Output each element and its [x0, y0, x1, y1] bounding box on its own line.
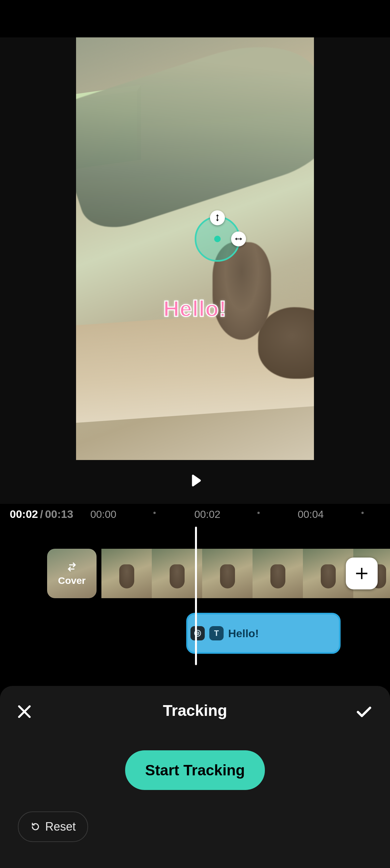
tracking-resize-horizontal-handle[interactable] [231, 231, 246, 246]
tracking-badge [190, 626, 205, 641]
cover-tile[interactable]: Cover [47, 549, 97, 598]
tracking-resize-vertical-handle[interactable] [210, 210, 225, 225]
cover-label: Cover [58, 575, 86, 586]
close-button[interactable] [13, 700, 36, 723]
tracking-center-dot [214, 236, 221, 242]
status-bar [0, 0, 390, 37]
transport-row [0, 462, 390, 504]
time-tick-label: 00:00 [90, 508, 116, 521]
resize-vertical-icon [213, 214, 222, 222]
clip-thumbnail [253, 549, 303, 598]
time-separator: / [38, 508, 45, 520]
time-ruler: 00:02/00:13 00:00 00:02 00:04 [0, 504, 390, 523]
playhead[interactable] [195, 527, 197, 665]
clip-thumbnail [202, 549, 253, 598]
time-tick-dot [153, 512, 156, 514]
text-overlay[interactable]: Hello! [163, 296, 227, 321]
play-icon [186, 471, 204, 490]
resize-horizontal-icon [234, 235, 243, 243]
plus-icon [353, 565, 370, 582]
reset-icon [30, 822, 41, 832]
reset-label: Reset [45, 820, 76, 834]
time-counter: 00:02/00:13 [10, 508, 73, 521]
close-icon [15, 703, 33, 721]
confirm-button[interactable] [351, 700, 377, 723]
video-preview-area: Hello! [0, 37, 390, 462]
start-tracking-button[interactable]: Start Tracking [125, 750, 265, 790]
time-current: 00:02 [10, 508, 38, 520]
add-clip-button[interactable] [346, 558, 378, 589]
target-icon [193, 629, 202, 638]
text-clip-label: Hello! [228, 627, 259, 640]
tracking-sheet: Tracking Start Tracking Reset [0, 686, 390, 868]
scene-shape [76, 37, 314, 238]
time-tick-label: 00:02 [194, 508, 220, 521]
time-tick-label: 00:04 [298, 508, 324, 521]
text-badge: T [209, 626, 224, 641]
tracking-target-circle[interactable] [195, 216, 240, 262]
check-icon [355, 703, 373, 721]
time-duration: 00:13 [45, 508, 73, 520]
sheet-title: Tracking [163, 702, 227, 719]
video-preview-frame[interactable]: Hello! [76, 37, 314, 460]
sheet-header: Tracking [0, 702, 390, 727]
svg-point-2 [197, 632, 198, 633]
clip-thumbnail [101, 549, 152, 598]
clip-thumbnail [152, 549, 202, 598]
timeline: 00:02/00:13 00:00 00:02 00:04 Cover T [0, 504, 390, 686]
swap-icon [66, 561, 78, 573]
time-tick-dot [257, 512, 260, 514]
time-tick-dot [361, 512, 364, 514]
reset-button[interactable]: Reset [18, 811, 88, 842]
play-button[interactable] [186, 471, 204, 490]
text-clip[interactable]: T Hello! [186, 613, 340, 654]
